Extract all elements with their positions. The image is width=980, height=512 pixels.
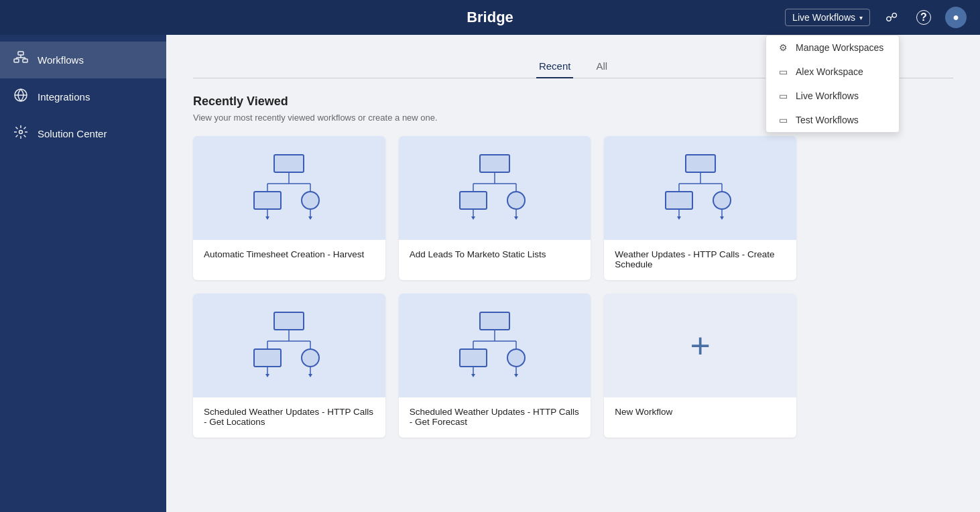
svg-line-15 xyxy=(24,135,26,137)
integrations-icon xyxy=(13,88,28,106)
svg-point-24 xyxy=(302,192,319,209)
card-thumbnail-1 xyxy=(193,136,385,240)
card-label-3: Weather Updates - HTTP Calls - Create Sc… xyxy=(604,240,796,280)
svg-rect-0 xyxy=(18,52,23,55)
new-workflow-thumbnail: + xyxy=(604,294,796,397)
card-label-4: Scheduled Weather Updates - HTTP Calls -… xyxy=(193,397,385,438)
top-nav: Bridge Live Workflows ▾ ☍ ? ● ⚙ Manage W… xyxy=(0,0,980,35)
svg-rect-67 xyxy=(460,349,487,367)
workspace-icon-1: ▭ xyxy=(777,66,789,77)
svg-rect-40 xyxy=(686,155,715,172)
sidebar-item-workflows-label: Workflows xyxy=(38,54,84,66)
sidebar-item-solution-center-label: Solution Center xyxy=(38,128,107,139)
workspace-icon-2: ▭ xyxy=(777,90,789,101)
svg-line-16 xyxy=(24,127,26,129)
svg-marker-71 xyxy=(471,374,475,377)
svg-marker-28 xyxy=(308,216,312,220)
svg-point-57 xyxy=(302,349,319,367)
workspace-icon-3: ▭ xyxy=(777,115,789,125)
svg-point-46 xyxy=(713,192,731,209)
svg-line-17 xyxy=(16,135,18,137)
svg-marker-61 xyxy=(308,374,312,377)
workspace-dropdown-label: Live Workflows xyxy=(792,12,855,23)
card-label-6: New Workflow xyxy=(604,397,796,438)
sidebar-item-integrations-label: Integrations xyxy=(38,91,90,103)
dropdown-item-label: Manage Workspaces xyxy=(796,42,883,53)
dropdown-item-alex-workspace[interactable]: ▭ Alex Workspace xyxy=(766,60,899,84)
dropdown-item-test-workflows[interactable]: ▭ Test Workflows xyxy=(766,108,899,132)
dropdown-item-manage-workspaces[interactable]: ⚙ Manage Workspaces xyxy=(766,36,899,60)
avatar-icon: ● xyxy=(953,11,959,23)
avatar-button[interactable]: ● xyxy=(945,7,967,28)
card-label-5: Scheduled Weather Updates - HTTP Calls -… xyxy=(399,397,591,438)
tab-recent-label: Recent xyxy=(539,60,571,72)
workflow-card-1[interactable]: Automatic Timesheet Creation - Harvest xyxy=(193,136,385,280)
workflow-card-5[interactable]: Scheduled Weather Updates - HTTP Calls -… xyxy=(399,294,591,438)
svg-marker-38 xyxy=(471,216,475,220)
svg-rect-56 xyxy=(254,349,281,367)
dropdown-item-live-workflows[interactable]: ▭ Live Workflows xyxy=(766,84,899,108)
workflow-grid: Automatic Timesheet Creation - Harvest xyxy=(193,136,796,438)
chat-icon: ☍ xyxy=(885,10,898,25)
svg-rect-2 xyxy=(23,59,27,62)
svg-rect-1 xyxy=(14,59,19,62)
tab-recent[interactable]: Recent xyxy=(536,55,574,78)
sidebar-item-workflows[interactable]: Workflows xyxy=(0,42,166,78)
card-thumbnail-4 xyxy=(193,294,385,397)
card-thumbnail-5 xyxy=(399,294,591,397)
dropdown-item-label: Alex Workspace xyxy=(796,66,863,77)
workflow-card-4[interactable]: Scheduled Weather Updates - HTTP Calls -… xyxy=(193,294,385,438)
card-thumbnail-2 xyxy=(399,136,591,240)
tab-all-label: All xyxy=(596,60,607,72)
svg-marker-39 xyxy=(514,216,518,220)
chat-button[interactable]: ☍ xyxy=(881,7,902,28)
workspace-dropdown-button[interactable]: Live Workflows ▾ xyxy=(785,9,870,26)
svg-marker-60 xyxy=(265,374,269,377)
workflow-card-2[interactable]: Add Leads To Marketo Static Lists xyxy=(399,136,591,280)
svg-rect-34 xyxy=(460,192,487,209)
workflow-card-3[interactable]: Weather Updates - HTTP Calls - Create Sc… xyxy=(604,136,796,280)
svg-rect-51 xyxy=(274,312,304,330)
svg-marker-50 xyxy=(720,216,724,220)
svg-point-9 xyxy=(19,131,23,134)
top-nav-right: Live Workflows ▾ ☍ ? ● xyxy=(785,7,967,28)
svg-rect-23 xyxy=(254,192,281,209)
card-thumbnail-3 xyxy=(604,136,796,240)
gear-icon: ⚙ xyxy=(777,42,789,53)
dropdown-item-label: Test Workflows xyxy=(796,115,859,125)
svg-marker-72 xyxy=(514,374,518,377)
help-icon: ? xyxy=(916,10,931,25)
workflows-icon xyxy=(13,51,28,69)
svg-marker-49 xyxy=(677,216,681,220)
svg-point-68 xyxy=(507,349,525,367)
svg-rect-62 xyxy=(480,312,509,330)
solution-center-icon xyxy=(13,125,28,143)
sidebar: Workflows Integrations xyxy=(0,35,166,512)
sidebar-item-solution-center[interactable]: Solution Center xyxy=(0,115,166,152)
dropdown-item-label: Live Workflows xyxy=(796,90,859,101)
card-label-2: Add Leads To Marketo Static Lists xyxy=(399,240,591,280)
svg-marker-27 xyxy=(265,216,269,220)
svg-line-14 xyxy=(16,127,18,129)
chevron-down-icon: ▾ xyxy=(859,14,863,21)
help-button[interactable]: ? xyxy=(913,7,934,28)
app-title: Bridge xyxy=(467,9,513,26)
svg-rect-29 xyxy=(480,155,509,172)
new-workflow-card[interactable]: + New Workflow xyxy=(604,294,796,438)
svg-point-35 xyxy=(507,192,525,209)
tab-all[interactable]: All xyxy=(593,55,610,78)
workspace-dropdown-menu: ⚙ Manage Workspaces ▭ Alex Workspace ▭ L… xyxy=(765,35,900,133)
svg-rect-45 xyxy=(666,192,692,209)
card-label-1: Automatic Timesheet Creation - Harvest xyxy=(193,240,385,280)
svg-rect-18 xyxy=(274,155,304,172)
plus-icon: + xyxy=(690,328,710,363)
sidebar-item-integrations[interactable]: Integrations xyxy=(0,78,166,115)
